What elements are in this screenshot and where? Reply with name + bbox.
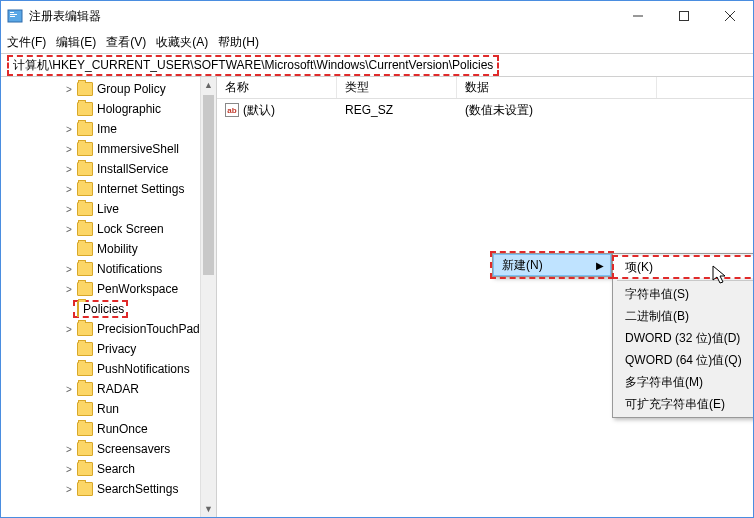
menu-item[interactable]: 帮助(H) (218, 34, 259, 51)
tree-label: ImmersiveShell (97, 142, 179, 156)
close-button[interactable] (707, 1, 753, 31)
tree-label: Notifications (97, 262, 162, 276)
folder-icon (77, 482, 93, 496)
tree-item[interactable]: >PenWorkspace (13, 279, 216, 299)
context-menu-new: 新建(N) ▶ (492, 253, 612, 277)
tree-item[interactable]: >Ime (13, 119, 216, 139)
expand-icon[interactable]: > (63, 124, 75, 135)
scroll-thumb[interactable] (203, 95, 214, 275)
tree-item[interactable]: Privacy (13, 339, 216, 359)
context-item[interactable]: QWORD (64 位)值(Q) (613, 349, 753, 371)
tree-item[interactable]: >SearchSettings (13, 479, 216, 499)
tree-label: Group Policy (97, 82, 166, 96)
folder-icon (77, 402, 93, 416)
window-buttons (615, 1, 753, 31)
tree-item[interactable]: Policies (13, 299, 216, 319)
tree-item[interactable]: >Search (13, 459, 216, 479)
tree-item[interactable]: >Lock Screen (13, 219, 216, 239)
folder-icon (77, 142, 93, 156)
expand-icon[interactable]: > (63, 484, 75, 495)
context-item[interactable]: 字符串值(S) (613, 283, 753, 305)
minimize-button[interactable] (615, 1, 661, 31)
tree-item[interactable]: Holographic (13, 99, 216, 119)
expand-icon[interactable]: > (63, 224, 75, 235)
tree-item[interactable]: >Internet Settings (13, 179, 216, 199)
tree-item[interactable]: >Notifications (13, 259, 216, 279)
maximize-button[interactable] (661, 1, 707, 31)
folder-icon (77, 442, 93, 456)
folder-icon (77, 462, 93, 476)
string-value-icon: ab (225, 103, 239, 117)
tree-item[interactable]: >Live (13, 199, 216, 219)
list-panel[interactable]: 名称类型数据 ab(默认)REG_SZ(数值未设置) 新建(N) ▶ 项(K)字… (217, 77, 753, 517)
menu-item[interactable]: 文件(F) (7, 34, 46, 51)
expand-icon[interactable]: > (63, 184, 75, 195)
column-header[interactable]: 数据 (457, 77, 657, 98)
list-header: 名称类型数据 (217, 77, 753, 99)
tree-item[interactable]: Run (13, 399, 216, 419)
expand-icon[interactable]: > (63, 264, 75, 275)
context-item[interactable]: 二进制值(B) (613, 305, 753, 327)
context-item-label: 新建(N) (502, 257, 543, 274)
menu-item[interactable]: 收藏夹(A) (156, 34, 208, 51)
expand-icon[interactable]: > (63, 444, 75, 455)
scroll-down-icon[interactable]: ▼ (201, 501, 216, 517)
tree-label: Holographic (97, 102, 161, 116)
expand-icon[interactable]: > (63, 384, 75, 395)
expand-icon[interactable]: > (63, 284, 75, 295)
menu-item[interactable]: 查看(V) (106, 34, 146, 51)
tree-label: RADAR (97, 382, 139, 396)
column-header[interactable]: 类型 (337, 77, 457, 98)
expand-icon[interactable]: > (63, 144, 75, 155)
tree-item[interactable]: >Group Policy (13, 79, 216, 99)
context-item-new[interactable]: 新建(N) ▶ (493, 254, 611, 276)
app-icon (7, 8, 23, 24)
registry-editor-window: 注册表编辑器 文件(F)编辑(E)查看(V)收藏夹(A)帮助(H) 计算机\HK… (0, 0, 754, 518)
svg-rect-3 (10, 16, 15, 17)
expand-icon[interactable]: > (63, 84, 75, 95)
tree-label: Search (97, 462, 135, 476)
tree-label: Ime (97, 122, 117, 136)
tree-label: Run (97, 402, 119, 416)
tree-item[interactable]: RunOnce (13, 419, 216, 439)
context-item[interactable]: DWORD (32 位)值(D) (613, 327, 753, 349)
tree-item[interactable]: >Screensavers (13, 439, 216, 459)
tree-label: Live (97, 202, 119, 216)
menubar: 文件(F)编辑(E)查看(V)收藏夹(A)帮助(H) (1, 31, 753, 53)
addressbar[interactable]: 计算机\HKEY_CURRENT_USER\SOFTWARE\Microsoft… (1, 53, 753, 77)
folder-icon (77, 342, 93, 356)
expand-icon[interactable]: > (63, 204, 75, 215)
tree-item[interactable]: >PrecisionTouchPad (13, 319, 216, 339)
list-row[interactable]: ab(默认)REG_SZ(数值未设置) (217, 99, 753, 121)
folder-icon (77, 82, 93, 96)
tree-item[interactable]: >ImmersiveShell (13, 139, 216, 159)
folder-icon (77, 422, 93, 436)
svg-rect-5 (680, 12, 689, 21)
context-item[interactable]: 可扩充字符串值(E) (613, 393, 753, 415)
tree-item[interactable]: PushNotifications (13, 359, 216, 379)
expand-icon[interactable]: > (63, 164, 75, 175)
tree-label: InstallService (97, 162, 168, 176)
svg-rect-2 (10, 14, 17, 15)
value-name: (默认) (243, 102, 275, 119)
folder-icon (77, 202, 93, 216)
column-header[interactable]: 名称 (217, 77, 337, 98)
folder-icon (77, 242, 93, 256)
context-item[interactable]: 项(K) (613, 256, 753, 278)
expand-icon[interactable]: > (63, 324, 75, 335)
tree-panel[interactable]: >Group PolicyHolographic>Ime>ImmersiveSh… (1, 77, 217, 517)
folder-icon (77, 382, 93, 396)
folder-icon (77, 301, 79, 317)
tree-scrollbar[interactable]: ▲ ▼ (200, 77, 216, 517)
tree-item[interactable]: Mobility (13, 239, 216, 259)
context-submenu: 项(K)字符串值(S)二进制值(B)DWORD (32 位)值(D)QWORD … (612, 253, 753, 418)
context-item[interactable]: 多字符串值(M) (613, 371, 753, 393)
expand-icon[interactable]: > (63, 464, 75, 475)
scroll-up-icon[interactable]: ▲ (201, 77, 216, 93)
window-title: 注册表编辑器 (29, 8, 615, 25)
tree-label: Lock Screen (97, 222, 164, 236)
menu-item[interactable]: 编辑(E) (56, 34, 96, 51)
tree-item[interactable]: >RADAR (13, 379, 216, 399)
tree-item[interactable]: >InstallService (13, 159, 216, 179)
menu-separator (617, 280, 753, 281)
